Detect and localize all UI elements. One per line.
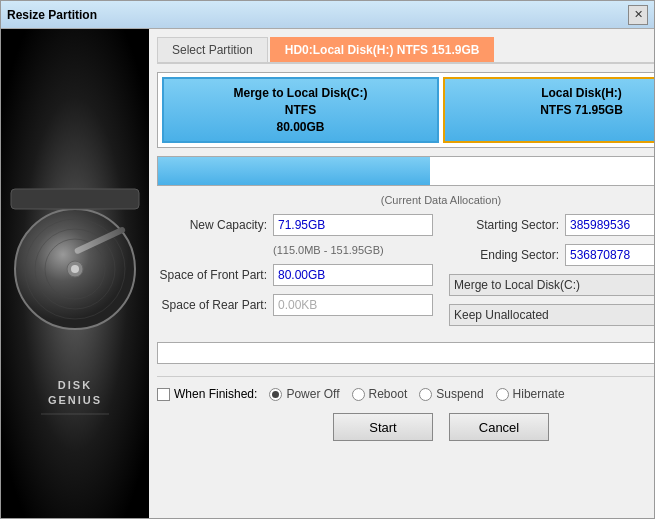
starting-sector-input[interactable] (565, 214, 654, 236)
dropdown-front-row: Merge to Local Disk(C:) ▼ (449, 274, 654, 296)
ending-sector-label: Ending Sector: (449, 248, 559, 262)
radio-suspend-label: Suspend (436, 387, 483, 401)
chart-bar (158, 157, 430, 185)
radio-hibernate-label: Hibernate (513, 387, 565, 401)
svg-text:DISK: DISK (58, 379, 92, 391)
radio-reboot-label: Reboot (369, 387, 408, 401)
space-front-label: Space of Front Part: (157, 268, 267, 282)
allocation-chart[interactable] (157, 156, 654, 186)
partition-box-right[interactable]: Local Disk(H:) NTFS 71.95GB (443, 77, 654, 143)
starting-sector-row: Starting Sector: (449, 214, 654, 236)
disk-graphic: DISK GENIUS (1, 29, 149, 518)
svg-rect-9 (11, 189, 139, 209)
space-front-input[interactable] (273, 264, 433, 286)
tab-hd0-local[interactable]: HD0:Local Disk(H:) NTFS 151.9GB (270, 37, 495, 62)
radio-reboot-btn[interactable] (352, 388, 365, 401)
svg-text:GENIUS: GENIUS (48, 394, 102, 406)
partition-left-line2: NTFS (170, 102, 431, 119)
sidebar: DISK GENIUS (1, 29, 149, 518)
space-rear-input[interactable] (273, 294, 433, 316)
form-right: Starting Sector: Ending Sector: Merge to… (449, 214, 654, 334)
partition-selector: Merge to Local Disk(C:) NTFS 80.00GB Loc… (157, 72, 654, 148)
dropdown-rear-value: Keep Unallocated (454, 308, 549, 322)
svg-point-7 (71, 265, 79, 273)
radio-suspend-btn[interactable] (419, 388, 432, 401)
main-window: Resize Partition ✕ (0, 0, 655, 519)
window-body: DISK GENIUS Select Partition HD0:Local D… (1, 29, 654, 518)
partition-left-line3: 80.00GB (170, 119, 431, 136)
partition-right-line2: NTFS 71.95GB (451, 102, 654, 119)
space-rear-label: Space of Rear Part: (157, 298, 267, 312)
action-buttons: Start Cancel (157, 409, 654, 445)
partition-left-line1: Merge to Local Disk(C:) (170, 85, 431, 102)
dropdown-rear[interactable]: Keep Unallocated ▼ (449, 304, 654, 326)
radio-power-off-btn[interactable] (269, 388, 282, 401)
close-button[interactable]: ✕ (628, 5, 648, 25)
new-capacity-input[interactable] (273, 214, 433, 236)
cancel-button[interactable]: Cancel (449, 413, 549, 441)
space-rear-row: Space of Rear Part: (157, 294, 433, 316)
form-section: New Capacity: (115.0MB - 151.95GB) Space… (157, 214, 654, 334)
when-finished-checkbox[interactable] (157, 388, 170, 401)
space-front-row: Space of Front Part: (157, 264, 433, 286)
radio-reboot[interactable]: Reboot (352, 387, 408, 401)
new-capacity-label: New Capacity: (157, 218, 267, 232)
main-content: Select Partition HD0:Local Disk(H:) NTFS… (149, 29, 654, 518)
radio-power-off-label: Power Off (286, 387, 339, 401)
ending-sector-row: Ending Sector: (449, 244, 654, 266)
starting-sector-label: Starting Sector: (449, 218, 559, 232)
radio-suspend[interactable]: Suspend (419, 387, 483, 401)
when-finished-checkbox-label[interactable]: When Finished: (157, 387, 257, 401)
progress-bar (157, 342, 654, 364)
radio-hibernate[interactable]: Hibernate (496, 387, 565, 401)
dropdown-rear-row: Keep Unallocated ▼ (449, 304, 654, 326)
ending-sector-input[interactable] (565, 244, 654, 266)
allocation-label: (Current Data Allocation) (157, 194, 654, 206)
window-title: Resize Partition (7, 8, 97, 22)
tab-bar: Select Partition HD0:Local Disk(H:) NTFS… (157, 37, 654, 64)
partition-box-left[interactable]: Merge to Local Disk(C:) NTFS 80.00GB (162, 77, 439, 143)
new-capacity-hint: (115.0MB - 151.95GB) (273, 244, 433, 256)
when-finished-label: When Finished: (174, 387, 257, 401)
tab-select-partition[interactable]: Select Partition (157, 37, 268, 62)
when-finished-section: When Finished: Power Off Reboot Suspend … (157, 387, 654, 401)
new-capacity-row: New Capacity: (157, 214, 433, 236)
divider (157, 376, 654, 377)
disk-image: DISK GENIUS (1, 29, 149, 518)
form-left: New Capacity: (115.0MB - 151.95GB) Space… (157, 214, 433, 334)
radio-hibernate-btn[interactable] (496, 388, 509, 401)
start-button[interactable]: Start (333, 413, 433, 441)
dropdown-front-value: Merge to Local Disk(C:) (454, 278, 580, 292)
title-bar: Resize Partition ✕ (1, 1, 654, 29)
dropdown-front[interactable]: Merge to Local Disk(C:) ▼ (449, 274, 654, 296)
radio-power-off[interactable]: Power Off (269, 387, 339, 401)
partition-right-line1: Local Disk(H:) (451, 85, 654, 102)
